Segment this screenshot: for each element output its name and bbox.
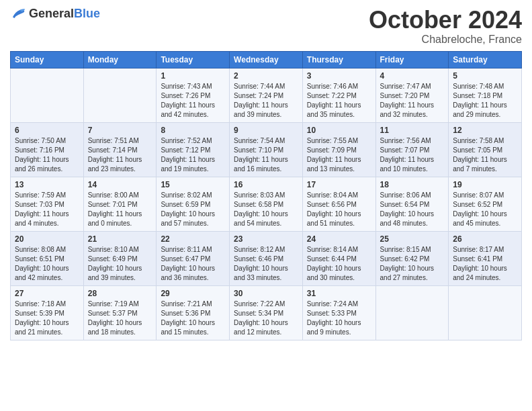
day-cell: 27Sunrise: 7:18 AMSunset: 5:39 PMDayligh…: [11, 285, 84, 340]
day-header-tuesday: Tuesday: [157, 51, 230, 68]
day-cell: 31Sunrise: 7:24 AMSunset: 5:33 PMDayligh…: [302, 285, 375, 340]
day-info: Sunrise: 7:56 AMSunset: 7:07 PMDaylight:…: [380, 136, 445, 174]
day-number: 3: [307, 71, 371, 81]
sunset-text: Sunset: 7:10 PM: [234, 146, 298, 155]
sunset-text: Sunset: 7:26 PM: [161, 91, 225, 101]
day-number: 16: [234, 180, 298, 189]
daylight-text: Daylight: 10 hours and 36 minutes.: [161, 264, 225, 283]
day-number: 17: [307, 180, 371, 189]
sunrise-text: Sunrise: 7:55 AM: [307, 136, 371, 146]
sunrise-text: Sunrise: 7:50 AM: [15, 136, 79, 146]
daylight-text: Daylight: 10 hours and 39 minutes.: [88, 264, 152, 283]
day-cell: 7Sunrise: 7:51 AMSunset: 7:14 PMDaylight…: [83, 122, 157, 177]
day-info: Sunrise: 7:54 AMSunset: 7:10 PMDaylight:…: [234, 136, 298, 174]
day-cell: 24Sunrise: 8:14 AMSunset: 6:44 PMDayligh…: [302, 231, 375, 285]
daylight-text: Daylight: 11 hours and 39 minutes.: [234, 101, 298, 120]
logo-general: General: [29, 7, 74, 20]
sunset-text: Sunset: 6:42 PM: [380, 255, 445, 264]
day-number: 11: [380, 126, 445, 135]
day-cell: 25Sunrise: 8:15 AMSunset: 6:42 PMDayligh…: [375, 231, 449, 285]
day-header-thursday: Thursday: [302, 51, 375, 68]
day-number: 23: [234, 234, 298, 244]
sunset-text: Sunset: 6:46 PM: [234, 255, 298, 264]
sunrise-text: Sunrise: 7:19 AM: [88, 300, 152, 309]
day-info: Sunrise: 7:24 AMSunset: 5:33 PMDaylight:…: [307, 300, 371, 337]
sunrise-text: Sunrise: 7:54 AM: [234, 136, 298, 146]
title-location: Chabreloche, France: [369, 34, 522, 46]
day-info: Sunrise: 7:55 AMSunset: 7:09 PMDaylight:…: [307, 136, 371, 174]
day-cell: 23Sunrise: 8:12 AMSunset: 6:46 PMDayligh…: [230, 231, 303, 285]
week-row-4: 20Sunrise: 8:08 AMSunset: 6:51 PMDayligh…: [11, 231, 522, 285]
daylight-text: Daylight: 10 hours and 9 minutes.: [307, 318, 371, 337]
day-cell: 14Sunrise: 8:00 AMSunset: 7:01 PMDayligh…: [83, 177, 157, 231]
day-number: 25: [380, 234, 445, 244]
sunrise-text: Sunrise: 7:18 AM: [15, 300, 79, 309]
daylight-text: Daylight: 11 hours and 26 minutes.: [15, 155, 79, 174]
day-number: 21: [88, 234, 152, 244]
sunset-text: Sunset: 5:34 PM: [234, 309, 298, 318]
title-month: October 2024: [369, 7, 522, 34]
sunrise-text: Sunrise: 7:51 AM: [88, 136, 152, 146]
day-number: 5: [453, 71, 517, 81]
day-info: Sunrise: 7:46 AMSunset: 7:22 PMDaylight:…: [307, 82, 371, 120]
day-info: Sunrise: 7:21 AMSunset: 5:36 PMDaylight:…: [161, 300, 225, 337]
sunrise-text: Sunrise: 7:59 AM: [15, 191, 79, 200]
sunset-text: Sunset: 6:47 PM: [161, 255, 225, 264]
sunrise-text: Sunrise: 8:10 AM: [88, 245, 152, 255]
day-number: 1: [161, 71, 225, 81]
day-info: Sunrise: 7:19 AMSunset: 5:37 PMDaylight:…: [88, 300, 152, 337]
day-info: Sunrise: 7:52 AMSunset: 7:12 PMDaylight:…: [161, 136, 225, 174]
sunrise-text: Sunrise: 7:52 AM: [161, 136, 225, 146]
sunrise-text: Sunrise: 7:44 AM: [234, 82, 298, 91]
day-number: 7: [88, 126, 152, 135]
daylight-text: Daylight: 10 hours and 42 minutes.: [15, 264, 79, 283]
daylight-text: Daylight: 11 hours and 42 minutes.: [161, 101, 225, 120]
day-info: Sunrise: 7:48 AMSunset: 7:18 PMDaylight:…: [453, 82, 517, 120]
day-info: Sunrise: 7:51 AMSunset: 7:14 PMDaylight:…: [88, 136, 152, 174]
week-row-3: 13Sunrise: 7:59 AMSunset: 7:03 PMDayligh…: [11, 177, 522, 231]
week-row-1: 1Sunrise: 7:43 AMSunset: 7:26 PMDaylight…: [11, 68, 522, 122]
sunset-text: Sunset: 6:56 PM: [307, 200, 371, 210]
day-cell: 8Sunrise: 7:52 AMSunset: 7:12 PMDaylight…: [157, 122, 230, 177]
daylight-text: Daylight: 10 hours and 48 minutes.: [380, 210, 445, 228]
sunrise-text: Sunrise: 7:24 AM: [307, 300, 371, 309]
sunrise-text: Sunrise: 7:48 AM: [453, 82, 517, 91]
daylight-text: Daylight: 10 hours and 24 minutes.: [453, 264, 517, 283]
day-cell: 17Sunrise: 8:04 AMSunset: 6:56 PMDayligh…: [302, 177, 375, 231]
daylight-text: Daylight: 11 hours and 35 minutes.: [307, 101, 371, 120]
day-info: Sunrise: 7:58 AMSunset: 7:05 PMDaylight:…: [453, 136, 517, 174]
day-number: 14: [88, 180, 152, 189]
day-number: 19: [453, 180, 517, 189]
sunrise-text: Sunrise: 8:08 AM: [15, 245, 79, 255]
daylight-text: Daylight: 10 hours and 27 minutes.: [380, 264, 445, 283]
day-info: Sunrise: 8:00 AMSunset: 7:01 PMDaylight:…: [88, 191, 152, 228]
day-cell: 19Sunrise: 8:07 AMSunset: 6:52 PMDayligh…: [449, 177, 522, 231]
day-cell: 4Sunrise: 7:47 AMSunset: 7:20 PMDaylight…: [375, 68, 449, 122]
sunrise-text: Sunrise: 8:02 AM: [161, 191, 225, 200]
sunset-text: Sunset: 6:54 PM: [380, 200, 445, 210]
day-cell: 26Sunrise: 8:17 AMSunset: 6:41 PMDayligh…: [449, 231, 522, 285]
sunset-text: Sunset: 6:41 PM: [453, 255, 517, 264]
sunrise-text: Sunrise: 7:58 AM: [453, 136, 517, 146]
day-cell: 1Sunrise: 7:43 AMSunset: 7:26 PMDaylight…: [157, 68, 230, 122]
sunrise-text: Sunrise: 7:46 AM: [307, 82, 371, 91]
daylight-text: Daylight: 11 hours and 0 minutes.: [88, 210, 152, 228]
daylight-text: Daylight: 11 hours and 32 minutes.: [380, 101, 445, 120]
day-cell: 11Sunrise: 7:56 AMSunset: 7:07 PMDayligh…: [375, 122, 449, 177]
daylight-text: Daylight: 10 hours and 18 minutes.: [88, 318, 152, 337]
day-cell: 22Sunrise: 8:11 AMSunset: 6:47 PMDayligh…: [157, 231, 230, 285]
day-cell: 2Sunrise: 7:44 AMSunset: 7:24 PMDaylight…: [230, 68, 303, 122]
sunset-text: Sunset: 5:37 PM: [88, 309, 152, 318]
day-cell: 28Sunrise: 7:19 AMSunset: 5:37 PMDayligh…: [83, 285, 157, 340]
sunset-text: Sunset: 7:20 PM: [380, 91, 445, 101]
sunrise-text: Sunrise: 7:56 AM: [380, 136, 445, 146]
sunrise-text: Sunrise: 8:17 AM: [453, 245, 517, 255]
day-info: Sunrise: 7:59 AMSunset: 7:03 PMDaylight:…: [15, 191, 79, 228]
day-cell: 6Sunrise: 7:50 AMSunset: 7:16 PMDaylight…: [11, 122, 84, 177]
day-number: 8: [161, 126, 225, 135]
day-cell: 15Sunrise: 8:02 AMSunset: 6:59 PMDayligh…: [157, 177, 230, 231]
sunrise-text: Sunrise: 8:12 AM: [234, 245, 298, 255]
sunset-text: Sunset: 7:03 PM: [15, 200, 79, 210]
day-cell: 29Sunrise: 7:21 AMSunset: 5:36 PMDayligh…: [157, 285, 230, 340]
sunrise-text: Sunrise: 8:07 AM: [453, 191, 517, 200]
